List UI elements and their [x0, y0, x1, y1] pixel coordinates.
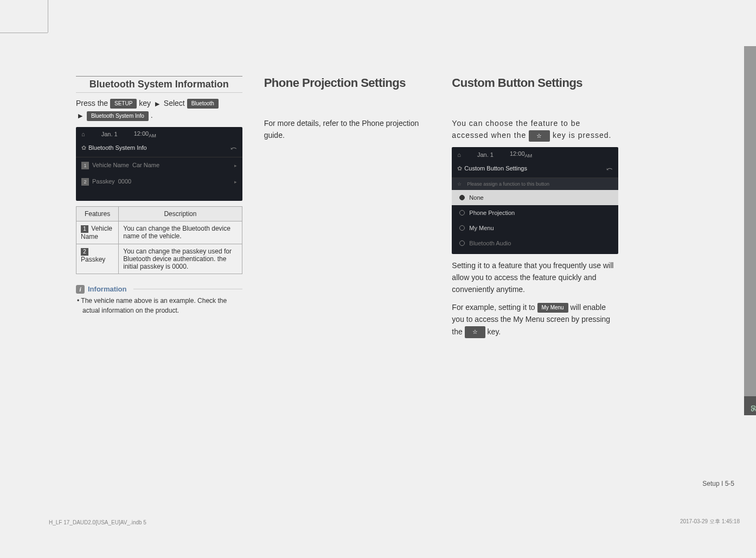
arrow-icon: ▶: [155, 99, 159, 109]
information-bullet: • The vehicle name above is an example. …: [76, 296, 242, 315]
features-header: Features: [76, 206, 119, 221]
status-date: Jan. 1: [477, 151, 494, 158]
column-custom-button: Custom Button Settings You can choose th…: [452, 76, 618, 344]
table-header-row: Features Description: [76, 206, 242, 221]
chevron-right-icon: ▸: [234, 163, 237, 168]
option-phone-projection: Phone Projection: [452, 205, 618, 220]
radio-icon: [459, 210, 465, 215]
description-header: Description: [119, 206, 242, 221]
desc-passkey: You can change the passkey used for Blue…: [119, 244, 242, 274]
phone-projection-body: For more details, refer to the Phone pro…: [264, 117, 431, 142]
page-reference: Setup I 5-5: [702, 480, 734, 487]
side-tab-background: [744, 46, 756, 415]
file-info: H_LF 17_DAUD2.0[USA_EU]AV_.indb 5: [49, 519, 146, 525]
star-icon: ☆: [457, 181, 462, 187]
custom-button-screenshot: ⌂ Jan. 1 12:00AM ✿Custom Button Settings…: [452, 147, 618, 253]
features-table: Features Description 1 Vehicle Name You …: [76, 206, 242, 274]
status-bar: ⌂ Jan. 1 12:00AM: [452, 147, 618, 162]
information-header: i Information: [76, 285, 242, 294]
desc-vehicle-name: You can change the Bluetooth device name…: [119, 221, 242, 244]
my-menu-key: My Menu: [537, 303, 568, 313]
bluetooth-key: Bluetooth: [187, 99, 219, 109]
information-label: Information: [88, 285, 127, 293]
setup-key: SETUP: [110, 99, 137, 109]
intro-text-b: key is pressed.: [553, 131, 611, 140]
period: .: [151, 111, 153, 119]
status-bar: ⌂ Jan. 1 12:00AM: [76, 127, 242, 142]
home-icon: ⌂: [81, 131, 85, 137]
select-text: Select: [164, 99, 187, 107]
radio-icon: [459, 240, 465, 246]
radio-icon: [459, 225, 465, 231]
custom-button-intro: You can choose the feature to be accesse…: [452, 117, 618, 142]
body3-a: For example, setting it to: [452, 303, 537, 312]
arrow-icon: ▶: [78, 111, 82, 121]
press-text: Press the: [76, 99, 110, 107]
option-none: None: [452, 190, 618, 205]
radio-selected-icon: [459, 195, 465, 200]
option-bluetooth-audio-label: Bluetooth Audio: [469, 240, 511, 246]
feature-passkey: 2 Passkey: [76, 244, 119, 274]
side-tab-chapter: 05: [744, 396, 756, 415]
vehicle-name-label: Vehicle Name: [92, 162, 129, 168]
gear-icon: ✿: [457, 165, 462, 172]
feature-vehicle-name: 1 Vehicle Name: [76, 221, 119, 244]
status-time: 12:00AM: [510, 150, 532, 158]
column-bluetooth: Bluetooth System Information Press the S…: [76, 76, 242, 344]
badge-2: 2: [81, 248, 88, 256]
back-icon: ⤺: [230, 144, 237, 153]
passkey-value: 0000: [118, 178, 131, 185]
crop-mark-vertical: [48, 0, 48, 33]
option-none-label: None: [469, 194, 483, 201]
gear-icon: ✿: [81, 144, 86, 151]
key-text: key: [139, 99, 153, 107]
custom-button-body2: Setting it to a feature that you frequen…: [452, 259, 618, 296]
option-my-menu: My Menu: [452, 220, 618, 236]
prompt-row: ☆ Please assign a function to this butto…: [452, 178, 618, 190]
crop-mark-horizontal: [0, 33, 48, 33]
option-phone-projection-label: Phone Projection: [469, 210, 515, 216]
bluetooth-instructions: Press the SETUP key ▶ Select Bluetooth ▶…: [76, 97, 242, 122]
status-time: 12:00AM: [134, 130, 156, 138]
vehicle-name-row: 1Vehicle Name Car Name ▸: [76, 157, 242, 174]
phone-projection-title: Phone Projection Settings: [264, 76, 431, 90]
badge-2: 2: [81, 178, 89, 186]
option-my-menu-label: My Menu: [469, 225, 494, 231]
column-phone-projection: Phone Projection Settings For more detai…: [264, 76, 431, 344]
custom-button-title: Custom Button Settings: [452, 76, 618, 90]
bluetooth-screenshot: ⌂ Jan. 1 12:00AM ✿Bluetooth System Info …: [76, 127, 242, 201]
badge-1: 1: [81, 225, 88, 233]
screenshot-title: Bluetooth System Info: [88, 144, 147, 151]
table-row: 2 Passkey You can change the passkey use…: [76, 244, 242, 274]
star-key: ☆: [465, 326, 485, 338]
bluetooth-section-title: Bluetooth System Information: [76, 76, 242, 93]
page-content: Bluetooth System Information Press the S…: [76, 76, 618, 344]
body3-c: key.: [488, 327, 501, 336]
home-icon: ⌂: [457, 151, 461, 158]
bt-system-info-key: Bluetooth System Info: [87, 111, 149, 121]
option-bluetooth-audio: Bluetooth Audio: [452, 236, 618, 251]
custom-button-body3: For example, setting it to My Menu will …: [452, 301, 618, 338]
chevron-right-icon: ▸: [234, 179, 237, 185]
status-date: Jan. 1: [101, 131, 118, 137]
screenshot-title-row: ✿Custom Button Settings ⤺: [452, 162, 618, 178]
vehicle-name-value: Car Name: [132, 162, 159, 168]
star-key: ☆: [529, 130, 550, 142]
badge-1: 1: [81, 162, 89, 169]
timestamp: 2017-03-29 오후 1:45:18: [680, 518, 740, 525]
table-row: 1 Vehicle Name You can change the Blueto…: [76, 221, 242, 244]
back-icon: ⤺: [606, 164, 613, 173]
screenshot-title-row: ✿Bluetooth System Info ⤺: [76, 142, 242, 157]
passkey-row: 2Passkey 0000 ▸: [76, 174, 242, 190]
screenshot-title: Custom Button Settings: [464, 165, 527, 172]
prompt-text: Please assign a function to this button: [467, 181, 549, 187]
passkey-label: Passkey: [92, 178, 115, 185]
info-icon: i: [76, 285, 85, 294]
